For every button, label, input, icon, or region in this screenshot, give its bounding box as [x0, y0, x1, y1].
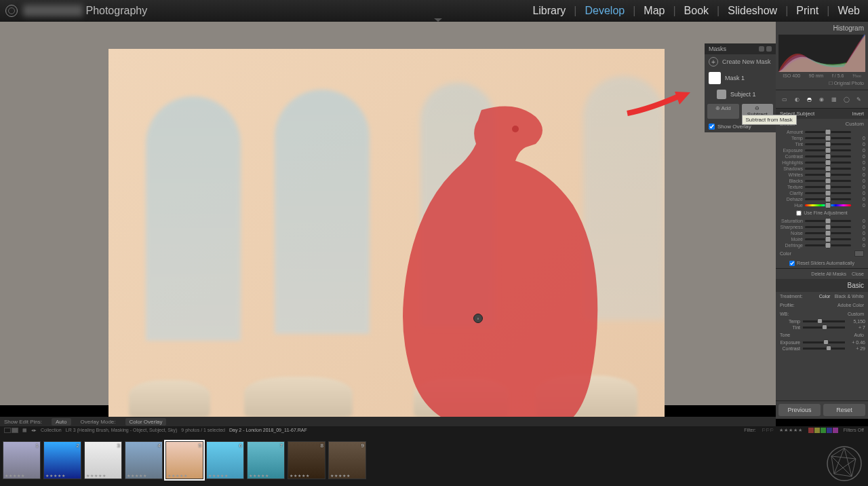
filmstrip-thumbnail[interactable]: 7★★★★★ — [247, 441, 285, 479]
wb-label: WB: — [780, 312, 789, 316]
filmstrip-thumbnail[interactable]: 4★★★★★ — [125, 441, 163, 479]
exposure-slider[interactable] — [803, 341, 845, 343]
current-photo-name: Day 2 - London 2018_09_11-67.RAF — [229, 428, 307, 432]
dehaze-slider[interactable] — [805, 198, 851, 200]
filmstrip-thumbnail[interactable]: 6★★★★★ — [206, 441, 244, 479]
blacks-slider[interactable] — [805, 180, 851, 182]
color-label: Color — [780, 251, 791, 256]
saturation-slider[interactable] — [805, 220, 851, 222]
profile-dropdown[interactable]: Adobe Color — [837, 303, 864, 307]
histogram-title[interactable]: Histogram — [776, 22, 868, 35]
effect-dropdown[interactable]: Custom — [845, 121, 864, 127]
module-picker: Library|Develop|Map|Book|Slideshow|Print… — [530, 5, 863, 17]
contrast-slider[interactable] — [803, 348, 845, 350]
mask-overlay — [326, 96, 631, 417]
grid-view-icon[interactable]: ▦ — [22, 428, 27, 433]
masks-panel-title: Masks — [709, 45, 726, 52]
fine-adjustment-checkbox[interactable] — [796, 210, 802, 216]
masking-tool-icon[interactable]: ◓ — [805, 94, 814, 104]
panel-min-icon[interactable] — [759, 46, 764, 52]
histogram[interactable] — [778, 35, 865, 72]
shadows-slider[interactable] — [805, 168, 851, 170]
nav-buttons: Previous Reset — [776, 400, 868, 419]
original-photo-label[interactable]: ☐ Original Photo — [776, 80, 868, 87]
wb-dropdown[interactable]: Custom — [848, 312, 864, 316]
basic-panel-title[interactable]: Basic — [776, 279, 868, 292]
mask-thumbnail — [717, 90, 726, 99]
create-new-mask-button[interactable]: +Create New Mask — [705, 54, 776, 69]
heal-tool-icon[interactable]: ◐ — [792, 94, 802, 104]
breadcrumb[interactable]: LR 3 (Healing Brush, Masking - Object, S… — [66, 428, 178, 432]
reset-button[interactable]: Reset — [823, 404, 865, 416]
tint-slider[interactable] — [803, 326, 845, 329]
rating-filter[interactable]: ★★★★★ — [779, 428, 803, 433]
module-library[interactable]: Library — [530, 5, 568, 17]
masks-panel: Masks +Create New Mask Mask 1 Subject 1 … — [705, 43, 776, 132]
module-map[interactable]: Map — [641, 5, 667, 17]
texture-slider[interactable] — [805, 186, 851, 188]
highlights-slider[interactable] — [805, 162, 851, 164]
toolbar: Show Edit Pins:Auto Overlay Mode:Color O… — [0, 417, 776, 426]
crop-tool-icon[interactable]: ▭ — [780, 94, 789, 104]
panel-close-icon[interactable] — [766, 46, 772, 52]
temp-slider[interactable] — [803, 320, 845, 322]
filmstrip-thumbnail[interactable]: 2★★★★★ — [43, 441, 81, 479]
amount-slider[interactable] — [805, 131, 851, 133]
radial-tool-icon[interactable]: ◯ — [842, 94, 852, 104]
module-slideshow[interactable]: Slideshow — [725, 5, 780, 17]
exposure-slider[interactable] — [805, 149, 851, 151]
flag-filter-icon[interactable]: ⚐⚐⚐ — [762, 428, 774, 433]
contrast-slider[interactable] — [805, 155, 851, 157]
photo-preview[interactable]: ◦ — [108, 49, 665, 417]
noise-slider[interactable] — [805, 232, 851, 234]
redeye-tool-icon[interactable]: ◉ — [817, 94, 827, 104]
watermark-logo-icon — [826, 445, 863, 482]
moiré-slider[interactable] — [805, 238, 851, 240]
mask-item[interactable]: Mask 1 — [705, 69, 776, 87]
add-to-mask-button[interactable]: ⊕ Add — [707, 104, 739, 119]
treatment-color[interactable]: Color — [819, 294, 831, 299]
clarity-slider[interactable] — [805, 192, 851, 194]
treatment-label: Treatment: — [780, 294, 803, 299]
hue-slider[interactable] — [805, 204, 851, 206]
auto-tone-button[interactable]: Auto — [854, 333, 864, 337]
filmstrip-thumbnail[interactable]: 5★★★★★ — [165, 441, 203, 479]
defringe-slider[interactable] — [805, 244, 851, 246]
module-web[interactable]: Web — [835, 5, 863, 17]
filmstrip-info-bar: ▦ ◂▸ Collection LR 3 (Healing Brush, Mas… — [0, 426, 868, 434]
brush-tool-icon[interactable]: ✎ — [854, 94, 864, 104]
gradient-tool-icon[interactable]: ▦ — [829, 94, 839, 104]
delete-all-masks-button[interactable]: Delete All Masks — [811, 272, 846, 276]
filmstrip: 1★★★★★2★★★★★3★★★★★4★★★★★5★★★★★6★★★★★7★★★… — [0, 434, 868, 486]
mask-pin-icon[interactable]: ◦ — [473, 314, 483, 323]
module-print[interactable]: Print — [793, 5, 821, 17]
filmstrip-thumbnail[interactable]: 8★★★★★ — [288, 441, 326, 479]
filmstrip-thumbnail[interactable]: 3★★★★★ — [84, 441, 122, 479]
color-label-filter[interactable] — [808, 428, 838, 433]
temp-slider[interactable] — [805, 137, 851, 139]
reset-auto-checkbox[interactable] — [789, 261, 795, 266]
whites-slider[interactable] — [805, 174, 851, 176]
plus-icon: + — [709, 57, 718, 67]
show-overlay-checkbox[interactable] — [709, 124, 715, 130]
identity-plate: xxxxx Photography — [23, 5, 147, 17]
filmstrip-thumbnail[interactable]: 9★★★★★ — [328, 441, 366, 479]
filmstrip-thumbnail[interactable]: 1★★★★★ — [3, 441, 41, 479]
overlay-mode-dropdown[interactable]: Color Overlay — [125, 418, 167, 426]
previous-button[interactable]: Previous — [778, 404, 821, 416]
sharpness-slider[interactable] — [805, 226, 851, 228]
subtract-from-mask-button[interactable]: ⊖ Subtract Subtract from Mask — [742, 104, 774, 119]
filters-off-button[interactable]: Filters Off — [844, 428, 864, 432]
tint-slider[interactable] — [805, 143, 851, 145]
profile-label: Profile: — [780, 303, 795, 307]
module-develop[interactable]: Develop — [582, 5, 627, 17]
mask-component-item[interactable]: Subject 1 — [705, 87, 776, 102]
module-book[interactable]: Book — [682, 5, 711, 17]
invert-button[interactable]: Invert — [852, 111, 864, 116]
close-mask-button[interactable]: Close — [852, 272, 864, 276]
second-window-icon[interactable] — [4, 428, 18, 433]
show-pins-dropdown[interactable]: Auto — [52, 418, 71, 426]
app-logo-icon — [5, 5, 18, 17]
treatment-bw[interactable]: Black & White — [834, 294, 864, 299]
color-swatch[interactable] — [854, 250, 864, 257]
